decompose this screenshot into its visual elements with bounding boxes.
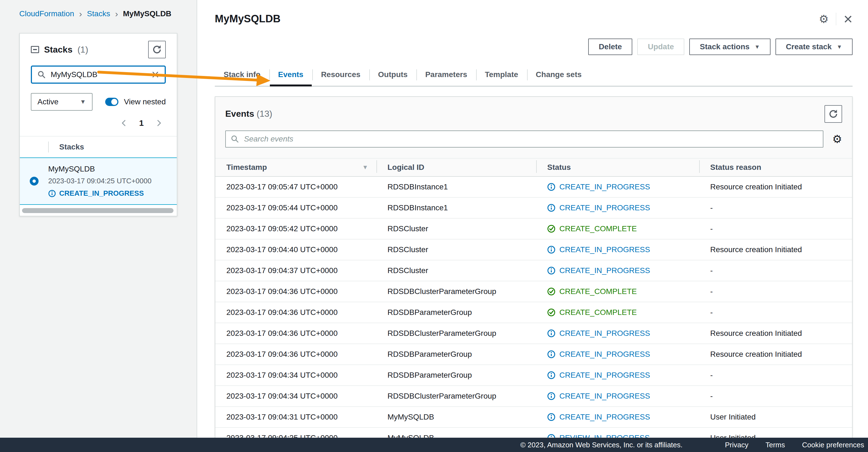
event-status-label: REVIEW_IN_PROGRESS bbox=[559, 433, 650, 438]
divider bbox=[48, 141, 49, 153]
main-content: MyMySQLDB ⚙ × Delete Update Stack action… bbox=[198, 0, 868, 438]
collapse-panel-icon[interactable] bbox=[31, 46, 39, 53]
filter-status-select[interactable]: Active ▼ bbox=[31, 93, 93, 111]
close-icon[interactable]: × bbox=[843, 13, 852, 25]
chevron-right-icon: › bbox=[79, 9, 82, 18]
stacks-panel: Stacks (1) Active ▼ View nested 1 bbox=[19, 33, 177, 216]
stacks-search-input[interactable] bbox=[50, 70, 147, 79]
event-status-reason: Resource creation Initiated bbox=[699, 329, 852, 338]
footer-link-privacy[interactable]: Privacy bbox=[725, 441, 748, 449]
event-row[interactable]: 2023-03-17 09:04:36 UTC+0000RDSDBParamet… bbox=[215, 302, 852, 323]
stack-radio-selected[interactable] bbox=[30, 177, 38, 186]
event-logical-id: MyMySQLDB bbox=[376, 433, 536, 438]
events-search-input[interactable] bbox=[243, 134, 818, 144]
footer-link-terms[interactable]: Terms bbox=[766, 441, 785, 449]
info-icon bbox=[547, 329, 555, 337]
clear-search-icon[interactable] bbox=[151, 71, 159, 78]
sort-descending-icon[interactable]: ▼ bbox=[362, 164, 368, 171]
stack-actions-button[interactable]: Stack actions▼ bbox=[689, 38, 770, 55]
tab-outputs[interactable]: Outputs bbox=[369, 64, 416, 86]
view-nested-label: View nested bbox=[124, 97, 166, 106]
info-icon bbox=[547, 371, 555, 379]
create-stack-button[interactable]: Create stack▼ bbox=[775, 38, 852, 55]
view-nested-toggle[interactable] bbox=[105, 98, 118, 106]
tab-stack-info[interactable]: Stack info bbox=[215, 64, 269, 86]
stacks-search-box bbox=[31, 66, 166, 84]
events-count: (13) bbox=[257, 109, 272, 119]
tab-change-sets[interactable]: Change sets bbox=[527, 64, 591, 86]
event-row[interactable]: 2023-03-17 09:05:42 UTC+0000RDSClusterCR… bbox=[215, 219, 852, 239]
event-status: CREATE_IN_PROGRESS bbox=[536, 371, 699, 380]
caret-down-icon: ▼ bbox=[837, 44, 842, 50]
event-row[interactable]: 2023-03-17 09:04:34 UTC+0000RDSDBCluster… bbox=[215, 386, 852, 407]
horizontal-scrollbar[interactable] bbox=[22, 208, 174, 213]
page-title: MyMySQLDB bbox=[215, 13, 281, 25]
event-logical-id: MyMySQLDB bbox=[376, 413, 536, 421]
search-icon bbox=[231, 135, 239, 143]
page-number[interactable]: 1 bbox=[139, 118, 144, 128]
event-row[interactable]: 2023-03-17 09:04:36 UTC+0000RDSDBCluster… bbox=[215, 323, 852, 344]
event-row[interactable]: 2023-03-17 09:04:34 UTC+0000RDSDBParamet… bbox=[215, 365, 852, 386]
breadcrumb-link-cloudformation[interactable]: CloudFormation bbox=[19, 9, 74, 18]
info-icon bbox=[547, 246, 555, 254]
column-header-timestamp[interactable]: Timestamp bbox=[226, 163, 267, 172]
event-logical-id: RDSDBClusterParameterGroup bbox=[376, 287, 536, 296]
info-icon bbox=[547, 434, 555, 438]
event-timestamp: 2023-03-17 09:04:40 UTC+0000 bbox=[215, 245, 376, 254]
stack-list-item[interactable]: MyMySQLDB 2023-03-17 09:04:25 UTC+0000 C… bbox=[20, 157, 177, 205]
refresh-stacks-button[interactable] bbox=[148, 41, 166, 58]
event-row[interactable]: 2023-03-17 09:05:47 UTC+0000RDSDBInstanc… bbox=[215, 177, 852, 198]
event-status-label: CREATE_COMPLETE bbox=[559, 287, 637, 296]
event-row[interactable]: 2023-03-17 09:04:31 UTC+0000MyMySQLDBCRE… bbox=[215, 407, 852, 428]
event-row[interactable]: 2023-03-17 09:04:25 UTC+0000MyMySQLDBREV… bbox=[215, 428, 852, 438]
event-row[interactable]: 2023-03-17 09:04:36 UTC+0000RDSDBCluster… bbox=[215, 281, 852, 302]
event-status-reason: - bbox=[699, 287, 852, 296]
stack-status[interactable]: CREATE_IN_PROGRESS bbox=[48, 189, 151, 198]
tabs: Stack infoEventsResourcesOutputsParamete… bbox=[215, 64, 852, 87]
event-timestamp: 2023-03-17 09:04:31 UTC+0000 bbox=[215, 413, 376, 421]
check-circle-icon bbox=[547, 308, 555, 317]
event-status: CREATE_COMPLETE bbox=[536, 224, 699, 233]
info-icon bbox=[547, 392, 555, 400]
event-status: CREATE_COMPLETE bbox=[536, 287, 699, 296]
delete-button[interactable]: Delete bbox=[588, 38, 632, 55]
event-status-label: CREATE_IN_PROGRESS bbox=[559, 371, 650, 380]
event-row[interactable]: 2023-03-17 09:05:44 UTC+0000RDSDBInstanc… bbox=[215, 198, 852, 219]
page-settings-gear-icon[interactable]: ⚙ bbox=[819, 13, 829, 25]
event-status: REVIEW_IN_PROGRESS bbox=[536, 433, 699, 438]
event-status-label: CREATE_IN_PROGRESS bbox=[559, 183, 650, 191]
breadcrumb-link-stacks[interactable]: Stacks bbox=[87, 9, 110, 18]
event-status: CREATE_IN_PROGRESS bbox=[536, 266, 699, 275]
event-row[interactable]: 2023-03-17 09:04:36 UTC+0000RDSDBParamet… bbox=[215, 344, 852, 365]
tab-resources[interactable]: Resources bbox=[312, 64, 369, 86]
event-logical-id: RDSDBParameterGroup bbox=[376, 371, 536, 380]
column-header-status-reason: Status reason bbox=[710, 163, 761, 172]
event-timestamp: 2023-03-17 09:04:34 UTC+0000 bbox=[215, 371, 376, 380]
events-search-box bbox=[225, 130, 824, 148]
event-logical-id: RDSDBParameterGroup bbox=[376, 350, 536, 359]
table-preferences-gear-icon[interactable]: ⚙ bbox=[832, 133, 842, 144]
event-status-label: CREATE_IN_PROGRESS bbox=[559, 392, 650, 400]
events-table-body: 2023-03-17 09:05:47 UTC+0000RDSDBInstanc… bbox=[215, 177, 852, 438]
next-page-button[interactable] bbox=[155, 119, 163, 127]
tab-template[interactable]: Template bbox=[476, 64, 527, 86]
event-logical-id: RDSCluster bbox=[376, 266, 536, 275]
events-panel: Events (13) ⚙ Timestamp ▼ Logical ID bbox=[215, 96, 852, 438]
refresh-icon bbox=[152, 44, 162, 55]
tab-events[interactable]: Events bbox=[269, 64, 312, 86]
footer-link-cookie-preferences[interactable]: Cookie preferences bbox=[802, 441, 864, 449]
breadcrumb: CloudFormation › Stacks › MyMySQLDB bbox=[0, 0, 197, 18]
tab-parameters[interactable]: Parameters bbox=[416, 64, 476, 86]
info-icon bbox=[547, 266, 555, 275]
event-status-label: CREATE_COMPLETE bbox=[559, 224, 637, 233]
event-status-label: CREATE_IN_PROGRESS bbox=[559, 350, 650, 359]
event-timestamp: 2023-03-17 09:04:36 UTC+0000 bbox=[215, 329, 376, 338]
refresh-events-button[interactable] bbox=[825, 105, 842, 123]
event-status: CREATE_IN_PROGRESS bbox=[536, 413, 699, 421]
event-status: CREATE_IN_PROGRESS bbox=[536, 329, 699, 338]
event-row[interactable]: 2023-03-17 09:04:40 UTC+0000RDSClusterCR… bbox=[215, 239, 852, 260]
event-status-reason: Resource creation Initiated bbox=[699, 245, 852, 254]
event-row[interactable]: 2023-03-17 09:04:37 UTC+0000RDSClusterCR… bbox=[215, 260, 852, 281]
update-button[interactable]: Update bbox=[637, 38, 684, 55]
previous-page-button[interactable] bbox=[120, 119, 128, 127]
